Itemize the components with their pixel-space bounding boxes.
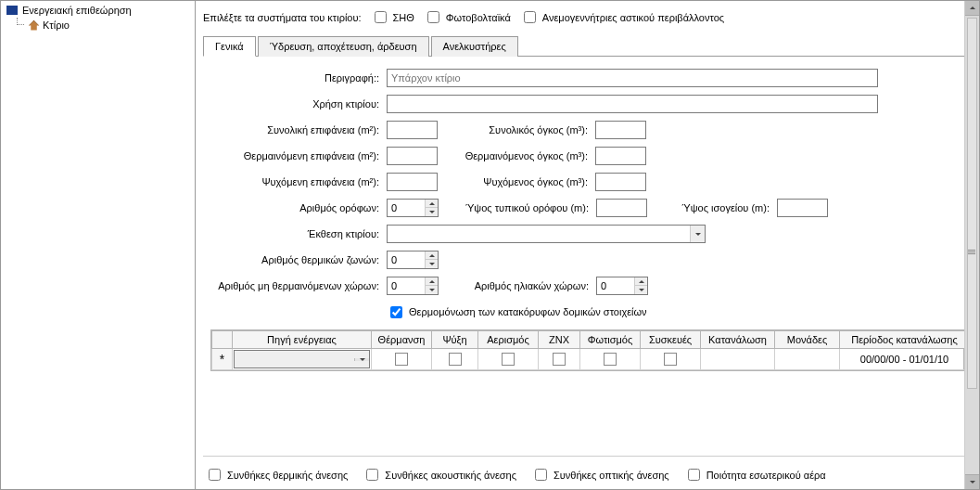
label-sunspaces: Αριθμός ηλιακών χώρων: xyxy=(439,280,596,291)
col-source[interactable]: Πηγή ενέργειας xyxy=(233,331,372,349)
tab-bar: Γενικά Ύδρευση, αποχέτευση, άρδευση Ανελ… xyxy=(203,35,972,57)
label-unheated-spaces: Αριθμός μη θερμαινόμενων χώρων: xyxy=(210,280,387,291)
insulation-label: Θερμομόνωση των κατακόρυφων δομικών στοι… xyxy=(409,306,647,317)
cell-period[interactable]: 00/00/00 - 01/01/10 xyxy=(840,349,970,370)
row-indicator: * xyxy=(212,349,233,370)
cell-vent[interactable] xyxy=(478,349,539,370)
ss-down[interactable] xyxy=(635,286,647,294)
cell-appliances[interactable] xyxy=(641,349,701,370)
col-lighting[interactable]: Φωτισμός xyxy=(580,331,641,349)
tree-child-building[interactable]: Κτίριο xyxy=(18,18,191,32)
checkbox-wind[interactable]: Ανεμογεννήτριες αστικού περιβάλλοντος xyxy=(520,8,724,26)
vertical-scrollbar[interactable] xyxy=(964,1,979,489)
tree-child-label: Κτίριο xyxy=(43,19,70,31)
systems-prompt: Επιλέξτε τα συστήματα του κτιρίου: xyxy=(203,12,362,23)
thermal-zones-value[interactable] xyxy=(388,251,425,268)
us-down[interactable] xyxy=(426,286,438,294)
main-panel: Επιλέξτε τα συστήματα του κτιρίου: ΣΗΘ Φ… xyxy=(196,1,979,489)
ss-up[interactable] xyxy=(635,277,647,286)
scroll-up-button[interactable] xyxy=(965,1,979,16)
tab-general[interactable]: Γενικά xyxy=(203,36,256,57)
col-dhw[interactable]: ΖΝΧ xyxy=(539,331,580,349)
cooled-area-input[interactable] xyxy=(387,173,438,191)
col-units[interactable]: Μονάδες xyxy=(775,331,840,349)
cell-heating[interactable] xyxy=(372,349,432,370)
pv-checkbox[interactable] xyxy=(427,11,439,23)
home-icon xyxy=(27,19,40,32)
label-heated-vol: Θερμαινόμενος όγκος (m³): xyxy=(438,150,595,161)
col-period[interactable]: Περίοδος κατανάλωσης xyxy=(840,331,970,349)
tree-connector xyxy=(17,18,24,25)
cell-dhw[interactable] xyxy=(539,349,580,370)
label-exposure: Έκθεση κτιρίου: xyxy=(210,228,387,239)
cb-thermal-comfort[interactable]: Συνθήκες θερμικής άνεσης xyxy=(205,466,348,484)
unheated-value[interactable] xyxy=(388,277,425,294)
total-area-input[interactable] xyxy=(387,121,438,139)
sunspaces-value[interactable] xyxy=(597,277,634,294)
us-up[interactable] xyxy=(426,277,438,286)
exposure-dropdown-button[interactable] xyxy=(690,226,705,242)
grid-new-row[interactable]: * 00/00/00 - 01/01/10 xyxy=(212,349,970,370)
sidebar-tree: Ενεργειακή επιθεώρηση Κτίριο xyxy=(1,1,196,489)
tree-root-label: Ενεργειακή επιθεώρηση xyxy=(22,5,132,16)
tab-water[interactable]: Ύδρευση, αποχέτευση, άρδευση xyxy=(258,36,429,57)
checkbox-pv[interactable]: Φωτοβολταϊκά xyxy=(424,8,511,26)
scroll-grip-icon xyxy=(965,245,978,258)
scroll-down-button[interactable] xyxy=(965,474,979,489)
heated-area-input[interactable] xyxy=(387,147,438,165)
col-vent[interactable]: Αερισμός xyxy=(478,331,539,349)
source-dropdown-button[interactable] xyxy=(354,358,369,361)
cell-source[interactable] xyxy=(233,349,372,370)
cell-consumption[interactable] xyxy=(701,349,775,370)
heated-volume-input[interactable] xyxy=(595,147,646,165)
col-appliances[interactable]: Συσκευές xyxy=(641,331,701,349)
col-consumption[interactable]: Κατανάλωση xyxy=(701,331,775,349)
description-input[interactable] xyxy=(387,69,878,87)
cell-cooling[interactable] xyxy=(432,349,478,370)
form-general: Περιγραφή:: Χρήση κτιρίου: Συνολική επιφ… xyxy=(203,57,972,377)
checkbox-sith[interactable]: ΣΗΘ xyxy=(371,8,414,26)
insulation-checkbox[interactable] xyxy=(390,306,402,318)
energy-grid: Πηγή ενέργειας Θέρμανση Ψύξη Αερισμός ΖΝ… xyxy=(210,329,964,371)
unheated-spinner[interactable] xyxy=(387,277,439,295)
sith-checkbox[interactable] xyxy=(375,11,387,23)
tree-root[interactable]: Ενεργειακή επιθεώρηση xyxy=(5,3,191,18)
grid-corner xyxy=(212,331,233,349)
label-cooled-area: Ψυχόμενη επιφάνεια (m²): xyxy=(210,176,387,187)
label-thermal-zones: Αριθμός θερμικών ζωνών: xyxy=(210,254,387,265)
cooled-volume-input[interactable] xyxy=(595,173,646,191)
tz-up[interactable] xyxy=(426,251,438,260)
label-floors: Αριθμός ορόφων: xyxy=(210,202,387,213)
floors-value[interactable] xyxy=(388,200,425,216)
cell-lighting[interactable] xyxy=(580,349,641,370)
sunspaces-spinner[interactable] xyxy=(596,277,648,295)
insulation-checkbox-row[interactable]: Θερμομόνωση των κατακόρυφων δομικών στοι… xyxy=(387,303,647,321)
label-total-vol: Συνολικός όγκος (m³): xyxy=(438,124,595,135)
label-cooled-vol: Ψυχόμενος όγκος (m³): xyxy=(438,176,595,187)
col-cooling[interactable]: Ψύξη xyxy=(432,331,478,349)
cb-acoustic-comfort[interactable]: Συνθήκες ακουστικής άνεσης xyxy=(363,466,516,484)
cell-units[interactable] xyxy=(775,349,840,370)
cb-air-quality[interactable]: Ποιότητα εσωτερικού αέρα xyxy=(684,466,826,484)
floors-spinner[interactable] xyxy=(387,199,439,217)
tab-elevators[interactable]: Ανελκυστήρες xyxy=(431,36,518,57)
exposure-combo[interactable] xyxy=(387,225,706,243)
ground-height-input[interactable] xyxy=(777,199,828,217)
floor-height-input[interactable] xyxy=(596,199,647,217)
cb-visual-comfort[interactable]: Συνθήκες οπτικής άνεσης xyxy=(531,466,669,484)
col-heating[interactable]: Θέρμανση xyxy=(372,331,432,349)
building-use-input[interactable] xyxy=(387,95,878,113)
tz-down[interactable] xyxy=(426,260,438,268)
app-window: Ενεργειακή επιθεώρηση Κτίριο Επιλέξτε τα… xyxy=(0,0,980,490)
floors-up[interactable] xyxy=(426,200,438,208)
label-total-area: Συνολική επιφάνεια (m²): xyxy=(210,124,387,135)
exposure-value xyxy=(388,226,690,242)
wind-checkbox[interactable] xyxy=(524,11,536,23)
label-ground-height: Ύψος ισογείου (m): xyxy=(647,202,777,213)
thermal-zones-spinner[interactable] xyxy=(387,251,439,269)
label-heated-area: Θερμαινόμενη επιφάνεια (m²): xyxy=(210,150,387,161)
floors-down[interactable] xyxy=(426,208,438,216)
footer-checkboxes: Συνθήκες θερμικής άνεσης Συνθήκες ακουστ… xyxy=(203,456,972,485)
scroll-thumb[interactable] xyxy=(967,18,977,389)
total-volume-input[interactable] xyxy=(595,121,646,139)
